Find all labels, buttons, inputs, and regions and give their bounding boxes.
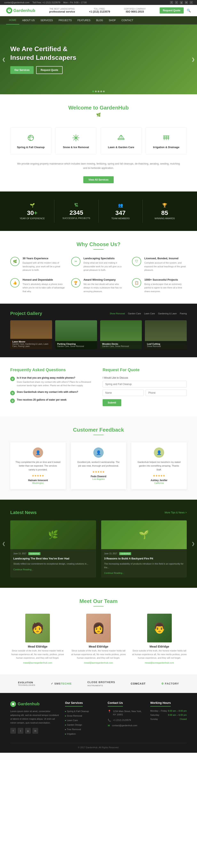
- gallery-filter-gardening[interactable]: Gardening & Lawn: [158, 312, 177, 315]
- facebook-icon[interactable]: f: [170, 1, 173, 4]
- quote-submit-button[interactable]: Submit: [103, 399, 121, 406]
- testimonial-name-2: Fedo Dsword: [76, 475, 121, 478]
- why-award-content: Award Winning Company We are the last do…: [84, 278, 126, 293]
- footer-service-1: Spring & Fall Cleanup: [65, 710, 102, 713]
- team-email-1[interactable]: mead@acmegardenhub.com: [23, 661, 52, 664]
- news-card-1: 🌿 June 13, 2017 GardenHub Landscaping Th…: [10, 520, 96, 578]
- news-readmore-1[interactable]: Continue Reading...: [13, 568, 33, 571]
- footer-service-link-5[interactable]: Tree Removal: [65, 728, 81, 731]
- hero-dot-1[interactable]: [92, 91, 94, 92]
- why-licensed-title: Licensed, Bonded, Insured: [144, 257, 187, 260]
- news-header: Latest News More Tips & News >: [10, 510, 187, 515]
- quote-phone-input[interactable]: [146, 390, 187, 396]
- services-grid: Spring & Fall Cleanup Snow & Ice Removal…: [0, 127, 197, 159]
- service-irrigation[interactable]: Irrigation & Drainage: [146, 127, 187, 154]
- hero-dot-3[interactable]: [98, 91, 99, 92]
- testimonial-text-1: They completed the job on time and it lo…: [15, 460, 61, 472]
- faq-question-3: Tree receives 25 gallons of water per we…: [17, 398, 66, 401]
- footer-hours-sat: Saturday 9:00 am – 6:00 pm: [150, 714, 187, 716]
- team-section: Meet Our Team 🧑 Mead Eldridge Since outs…: [0, 588, 197, 675]
- hero-next-button[interactable]: ❯: [192, 57, 195, 62]
- twitter-icon[interactable]: t: [175, 1, 178, 4]
- gallery-title-2: Parking Cleaning: [57, 343, 95, 345]
- header-request-quote-button[interactable]: Request Quote: [160, 7, 184, 13]
- clients-section: EVOLUTIONTechnologies ✓ SMSTechie Close …: [0, 675, 197, 693]
- why-experience-desc: Equipped with all the modern idea of lan…: [23, 261, 65, 272]
- nav-features[interactable]: Features: [75, 17, 93, 24]
- hero-quote-button[interactable]: Request Quote: [36, 66, 63, 74]
- why-projects-desc: Being a landscaper that an extremely pai…: [144, 282, 187, 293]
- gallery-tags-2: Garden Care, Snow Removal: [57, 345, 95, 347]
- footer-description: Lorem ipsum dolor sit amet, consectetur …: [10, 709, 59, 725]
- google-icon[interactable]: g: [180, 1, 183, 4]
- gallery-filter-snow[interactable]: Show Removal: [109, 312, 125, 315]
- linkedin-icon[interactable]: in: [185, 1, 188, 4]
- header-phone: Toll Free: +1 (212) 2123579: [89, 8, 110, 13]
- footer-service-link-3[interactable]: Lawn Care: [65, 719, 78, 721]
- team-email-3[interactable]: mead@acmegardenhub.com: [145, 661, 174, 664]
- nav-about[interactable]: About Us: [19, 17, 38, 24]
- news-date-1: June 13, 2017: [13, 552, 26, 555]
- testimonial-2: 👤 Excellent job, worked it workmanship. …: [71, 442, 126, 489]
- footer-service-link-2[interactable]: Snow Removal: [65, 715, 82, 717]
- hero-prev-button[interactable]: ❮: [2, 57, 5, 62]
- faq-q-icon-2: Q: [10, 391, 15, 395]
- nav-projects[interactable]: Projects: [56, 17, 75, 24]
- team-name-3: Mead Eldridge: [132, 645, 187, 648]
- faq-content-1: Is it true that you are giving away mobi…: [17, 376, 94, 388]
- gallery-item-2[interactable]: Parking Cleaning Garden Care, Snow Remov…: [55, 320, 97, 349]
- footer-twitter-icon[interactable]: t: [18, 728, 23, 734]
- service-spring-fall[interactable]: Spring & Fall Cleanup: [10, 127, 51, 154]
- client-evolution: EVOLUTIONTechnologies: [18, 681, 35, 686]
- client-factory: ⚙ Factory: [161, 682, 179, 685]
- footer-google-icon[interactable]: g: [25, 728, 31, 734]
- footer-linkedin-icon[interactable]: in: [32, 728, 38, 734]
- gallery-filter-garden[interactable]: Garden Care: [128, 312, 141, 315]
- view-all-services-button[interactable]: View All Services: [83, 176, 114, 183]
- gallery-item-4[interactable]: Leaf Cutting Snow Removal: [145, 320, 187, 349]
- nav-home[interactable]: Home: [6, 16, 19, 25]
- top-bar-left: contact@gardenhub.com Toll Free: +1 (212…: [4, 1, 87, 4]
- footer-facebook-icon[interactable]: f: [10, 728, 16, 734]
- footer-service-link-6[interactable]: Irrigation: [65, 733, 76, 735]
- gallery-filter-lawn[interactable]: Lawn Care: [144, 312, 155, 315]
- nav-blog[interactable]: Blog: [93, 17, 106, 24]
- footer-service-link-1[interactable]: Spring & Fall Cleanup: [65, 710, 89, 712]
- footer-phone-icon: 📞: [108, 719, 111, 722]
- service-lawn-garden[interactable]: Lawn & Garden Care: [101, 127, 141, 154]
- news-next-button[interactable]: ❯: [192, 541, 195, 546]
- search-button[interactable]: 🔍: [187, 9, 191, 12]
- clients-logos: EVOLUTIONTechnologies ✓ SMSTechie Close …: [10, 681, 187, 687]
- gallery-item-1[interactable]: Lawn Mover Garden Care, Gardening & Lawn…: [10, 320, 52, 349]
- quote-service-input[interactable]: [103, 381, 187, 388]
- news-readmore-2[interactable]: Continue Reading...: [104, 572, 124, 574]
- faq-item-1: Q Is it true that you are giving away mo…: [10, 376, 94, 388]
- hero-services-button[interactable]: Our Services: [10, 66, 34, 74]
- testimonials-divider: [93, 435, 104, 435]
- rss-icon[interactable]: r: [190, 1, 193, 4]
- nav-services[interactable]: Services: [38, 17, 56, 24]
- why-honest-icon: 👍: [10, 278, 20, 287]
- news-content-1: June 13, 2017 GardenHub Landscaping The …: [10, 549, 96, 574]
- hero-dot-4[interactable]: [100, 91, 102, 92]
- gallery-filter-paving[interactable]: Paving: [180, 312, 187, 315]
- hero-dot-2[interactable]: [95, 91, 97, 92]
- stat-projects: 🏗 2345 Successful Projects: [54, 200, 98, 223]
- footer-logo-text: Gardenhub: [18, 702, 40, 706]
- nav-shop[interactable]: Shop: [106, 17, 119, 24]
- quote-name-input[interactable]: [103, 390, 144, 396]
- hero-dot-5[interactable]: [103, 91, 105, 92]
- team-email-2[interactable]: mead@acmegardenhub.com: [84, 661, 113, 664]
- news-more-link[interactable]: More Tips & News >: [165, 511, 187, 514]
- testimonial-name-1: Hainam Innocent: [15, 479, 61, 482]
- service-snow-ice[interactable]: Snow & Ice Removal: [56, 127, 96, 154]
- footer-hours-sat-day: Saturday: [150, 714, 159, 716]
- nav-contact[interactable]: Contact: [119, 17, 136, 24]
- news-prev-button[interactable]: ❮: [2, 541, 5, 546]
- gallery-item-3[interactable]: Wooden Decks Garden Care, Snow Removal: [100, 320, 142, 349]
- footer-service-link-4[interactable]: Garden Design: [65, 723, 82, 726]
- topbar-hours: Mon – Fri: 9:00 – 17:00: [63, 1, 87, 4]
- team-member-1: 🧑 Mead Eldridge Since outside of the tru…: [10, 614, 65, 664]
- top-bar-right: f t g in r: [170, 1, 193, 4]
- logo[interactable]: Gardenhub: [6, 7, 35, 13]
